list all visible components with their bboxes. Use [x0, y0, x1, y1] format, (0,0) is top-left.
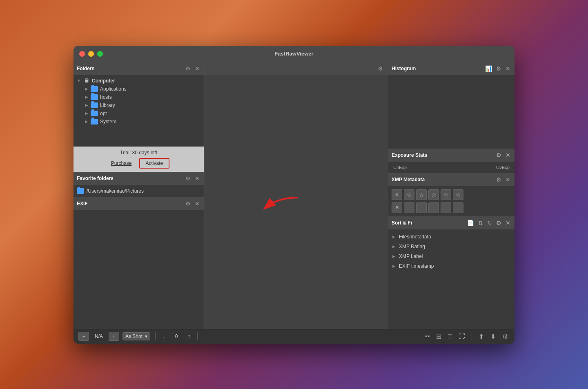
- xmp-star-3[interactable]: ☆: [428, 189, 439, 200]
- purchase-button[interactable]: Purchase: [108, 158, 135, 169]
- sort-arrows-icon[interactable]: ⇅: [477, 219, 484, 227]
- overexposed-label: OvExp: [496, 165, 510, 170]
- xmp-color-4[interactable]: [441, 202, 451, 213]
- status-divider-1: [155, 332, 156, 340]
- histogram-content: [388, 75, 514, 149]
- sort-item-files-metadata[interactable]: ▶ Files/metadata: [388, 232, 514, 242]
- exposure-close-icon[interactable]: ✕: [505, 151, 511, 159]
- view-grid-icon[interactable]: ⊞: [434, 332, 443, 341]
- tree-label-hosts: hosts: [100, 94, 112, 100]
- tree-item-hosts[interactable]: ▶ hosts: [74, 93, 204, 101]
- exposure-up-icon[interactable]: ↑: [186, 332, 192, 341]
- tree-arrow-hosts: ▶: [85, 95, 91, 99]
- xmp-color-x[interactable]: ✕: [392, 202, 402, 213]
- sort-file-icon[interactable]: 📄: [466, 219, 475, 227]
- folders-settings-icon[interactable]: ⚙: [185, 64, 192, 73]
- tree-item-applications[interactable]: ▶ Applications: [74, 85, 204, 93]
- sort-item-xmp-rating[interactable]: ▶ XMP Rating: [388, 242, 514, 251]
- sort-filter-title: Sort & Fi: [392, 220, 464, 226]
- trial-banner: Trial: 30 days left Purchase Activate: [74, 147, 204, 172]
- exif-settings-icon[interactable]: ⚙: [185, 200, 192, 208]
- white-balance-dropdown[interactable]: As Shot ▾: [122, 332, 150, 340]
- exposure-stats-title: Exposure Stats: [392, 152, 427, 158]
- tree-item-system[interactable]: ▶ System: [74, 118, 204, 126]
- sort-filter-section: Sort & Fi 📄 ⇅ ↻ ⚙ ✕ ▶ Files/metadata ▶ X…: [388, 216, 514, 329]
- folders-title: Folders: [77, 66, 94, 71]
- title-bar: FastRawViewer: [74, 46, 514, 62]
- exposure-number: 0: [170, 333, 183, 339]
- main-window: FastRawViewer Folders ⚙ ✕ ▼ 🖥: [74, 46, 514, 344]
- sort-label-exif-timestamp: EXIF timestamp: [399, 263, 434, 269]
- right-panel: Histogram 📊 ⚙ ✕ Exposure Stats ⚙ ✕: [388, 62, 514, 329]
- exif-controls: ⚙ ✕: [185, 200, 200, 208]
- xmp-color-2[interactable]: [416, 202, 427, 213]
- histogram-chart-icon[interactable]: 📊: [484, 64, 493, 73]
- xmp-reject-button[interactable]: ✕: [392, 189, 402, 200]
- xmp-star-5[interactable]: ☆: [453, 189, 463, 200]
- tree-arrow-system: ▶: [85, 119, 91, 124]
- na-label: N/A: [92, 333, 105, 339]
- favorite-settings-icon[interactable]: ⚙: [185, 174, 192, 182]
- sort-refresh-icon[interactable]: ↻: [486, 219, 493, 227]
- folder-icon-opt: [91, 111, 98, 116]
- activate-button[interactable]: Activate: [139, 158, 170, 169]
- histogram-section: Histogram 📊 ⚙ ✕: [388, 62, 514, 149]
- upload-icon[interactable]: ⬆: [477, 332, 486, 341]
- exif-close-icon[interactable]: ✕: [194, 200, 200, 208]
- computer-icon: 🖥: [82, 78, 90, 84]
- histogram-close-icon[interactable]: ✕: [505, 64, 511, 73]
- favorite-item-label: /Users/makemiao/Pictures: [87, 188, 144, 194]
- tree-label-applications: Applications: [100, 86, 127, 92]
- center-panel: ⚙: [204, 62, 388, 329]
- favorite-items-list: /Users/makemiao/Pictures: [74, 185, 204, 197]
- settings-icon[interactable]: ⚙: [501, 332, 510, 341]
- sort-label-xmp-label: XMP Label: [399, 253, 423, 259]
- minimize-button[interactable]: [88, 51, 94, 57]
- exposure-settings-icon[interactable]: ⚙: [495, 151, 502, 159]
- sort-item-exif-timestamp[interactable]: ▶ EXIF timestamp: [388, 261, 514, 271]
- xmp-colors-row: ✕: [392, 202, 511, 213]
- folder-icon-applications: [91, 86, 98, 92]
- tree-item-opt[interactable]: ▶ opt: [74, 109, 204, 118]
- fav-folder-icon: [77, 188, 84, 194]
- exposure-decrease-button[interactable]: −: [78, 332, 89, 341]
- view-fullscreen-icon[interactable]: ⛶: [457, 332, 467, 341]
- view-split-icon[interactable]: ▪▪: [423, 332, 431, 341]
- histogram-settings-icon[interactable]: ⚙: [495, 64, 502, 73]
- exposure-row: UnExp OvExp: [393, 165, 510, 170]
- favorite-folders-header: Favorite folders ⚙ ✕: [74, 172, 204, 185]
- exposure-down-icon[interactable]: ↓: [160, 332, 167, 341]
- sort-close-icon[interactable]: ✕: [505, 219, 511, 227]
- trial-buttons: Purchase Activate: [77, 158, 200, 169]
- xmp-star-4[interactable]: ☆: [441, 189, 451, 200]
- tree-item-computer[interactable]: ▼ 🖥 Computer: [74, 77, 204, 85]
- exposure-increase-button[interactable]: +: [109, 332, 119, 341]
- tree-arrow-library: ▶: [85, 103, 91, 107]
- center-settings-icon[interactable]: ⚙: [377, 64, 384, 73]
- histogram-header: Histogram 📊 ⚙ ✕: [388, 62, 514, 75]
- xmp-color-3[interactable]: [428, 202, 439, 213]
- sort-settings-icon[interactable]: ⚙: [495, 219, 502, 227]
- favorite-item-pictures[interactable]: /Users/makemiao/Pictures: [77, 187, 200, 196]
- folder-icon-system: [91, 119, 98, 124]
- tree-item-library[interactable]: ▶ Library: [74, 101, 204, 109]
- xmp-close-icon[interactable]: ✕: [505, 176, 511, 184]
- folders-close-icon[interactable]: ✕: [194, 64, 200, 73]
- xmp-color-5[interactable]: [453, 202, 463, 213]
- download-icon[interactable]: ⬇: [489, 332, 497, 341]
- xmp-metadata-section: XMP Metadata ⚙ ✕ ✕ ☆ ☆ ☆ ☆ ☆: [388, 173, 514, 216]
- xmp-star-1[interactable]: ☆: [404, 189, 414, 200]
- trial-text: Trial: 30 days left: [77, 150, 200, 156]
- tree-arrow-applications: ▶: [85, 87, 91, 91]
- xmp-settings-icon[interactable]: ⚙: [495, 176, 502, 184]
- close-button[interactable]: [79, 51, 85, 57]
- xmp-metadata-controls: ⚙ ✕: [495, 176, 511, 184]
- xmp-color-1[interactable]: [404, 202, 414, 213]
- fullscreen-button[interactable]: [97, 51, 103, 57]
- sort-item-xmp-label[interactable]: ▶ XMP Label: [388, 251, 514, 261]
- view-single-icon[interactable]: □: [446, 332, 454, 341]
- sort-filter-header: Sort & Fi 📄 ⇅ ↻ ⚙ ✕: [388, 216, 514, 229]
- favorite-close-icon[interactable]: ✕: [194, 174, 200, 182]
- folders-header-controls: ⚙ ✕: [185, 64, 200, 73]
- xmp-star-2[interactable]: ☆: [416, 189, 427, 200]
